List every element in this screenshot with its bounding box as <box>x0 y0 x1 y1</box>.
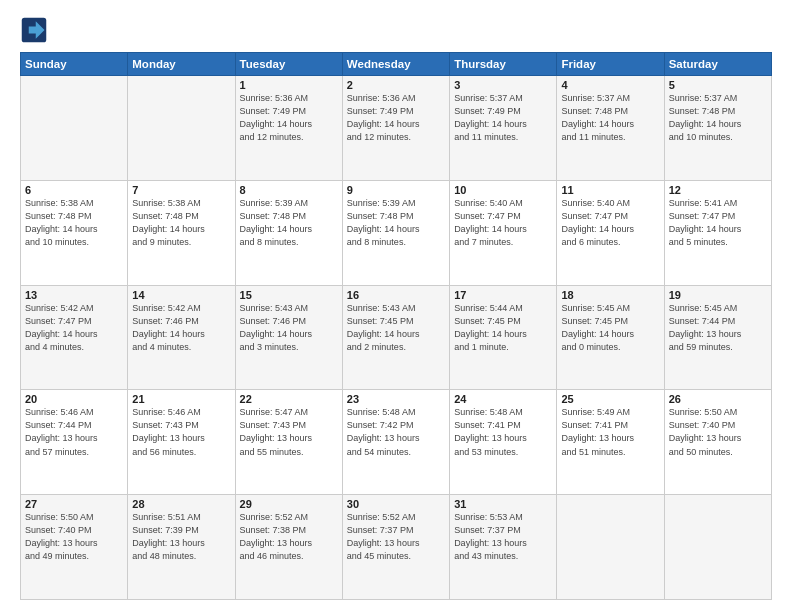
calendar-day-cell: 31Sunrise: 5:53 AM Sunset: 7:37 PM Dayli… <box>450 495 557 600</box>
day-number: 9 <box>347 184 445 196</box>
weekday-header-monday: Monday <box>128 53 235 76</box>
day-number: 27 <box>25 498 123 510</box>
day-detail: Sunrise: 5:46 AM Sunset: 7:44 PM Dayligh… <box>25 406 123 458</box>
day-number: 8 <box>240 184 338 196</box>
day-number: 20 <box>25 393 123 405</box>
day-detail: Sunrise: 5:40 AM Sunset: 7:47 PM Dayligh… <box>561 197 659 249</box>
day-detail: Sunrise: 5:46 AM Sunset: 7:43 PM Dayligh… <box>132 406 230 458</box>
logo <box>20 16 52 44</box>
day-number: 23 <box>347 393 445 405</box>
calendar-day-cell <box>664 495 771 600</box>
day-detail: Sunrise: 5:52 AM Sunset: 7:38 PM Dayligh… <box>240 511 338 563</box>
day-detail: Sunrise: 5:38 AM Sunset: 7:48 PM Dayligh… <box>25 197 123 249</box>
calendar-day-cell: 11Sunrise: 5:40 AM Sunset: 7:47 PM Dayli… <box>557 180 664 285</box>
day-number: 14 <box>132 289 230 301</box>
calendar-day-cell: 22Sunrise: 5:47 AM Sunset: 7:43 PM Dayli… <box>235 390 342 495</box>
calendar-day-cell: 30Sunrise: 5:52 AM Sunset: 7:37 PM Dayli… <box>342 495 449 600</box>
day-number: 29 <box>240 498 338 510</box>
day-number: 2 <box>347 79 445 91</box>
weekday-header-sunday: Sunday <box>21 53 128 76</box>
day-number: 1 <box>240 79 338 91</box>
calendar-day-cell <box>21 76 128 181</box>
calendar-day-cell: 26Sunrise: 5:50 AM Sunset: 7:40 PM Dayli… <box>664 390 771 495</box>
calendar-week-row: 6Sunrise: 5:38 AM Sunset: 7:48 PM Daylig… <box>21 180 772 285</box>
calendar-day-cell: 10Sunrise: 5:40 AM Sunset: 7:47 PM Dayli… <box>450 180 557 285</box>
weekday-header-friday: Friday <box>557 53 664 76</box>
calendar-week-row: 27Sunrise: 5:50 AM Sunset: 7:40 PM Dayli… <box>21 495 772 600</box>
day-detail: Sunrise: 5:42 AM Sunset: 7:46 PM Dayligh… <box>132 302 230 354</box>
calendar-day-cell: 5Sunrise: 5:37 AM Sunset: 7:48 PM Daylig… <box>664 76 771 181</box>
weekday-header-wednesday: Wednesday <box>342 53 449 76</box>
day-number: 16 <box>347 289 445 301</box>
header <box>20 16 772 44</box>
calendar-day-cell: 2Sunrise: 5:36 AM Sunset: 7:49 PM Daylig… <box>342 76 449 181</box>
day-detail: Sunrise: 5:43 AM Sunset: 7:45 PM Dayligh… <box>347 302 445 354</box>
weekday-header-thursday: Thursday <box>450 53 557 76</box>
day-detail: Sunrise: 5:45 AM Sunset: 7:45 PM Dayligh… <box>561 302 659 354</box>
calendar-day-cell: 28Sunrise: 5:51 AM Sunset: 7:39 PM Dayli… <box>128 495 235 600</box>
calendar-day-cell: 17Sunrise: 5:44 AM Sunset: 7:45 PM Dayli… <box>450 285 557 390</box>
day-detail: Sunrise: 5:53 AM Sunset: 7:37 PM Dayligh… <box>454 511 552 563</box>
day-detail: Sunrise: 5:44 AM Sunset: 7:45 PM Dayligh… <box>454 302 552 354</box>
day-number: 4 <box>561 79 659 91</box>
calendar-day-cell: 1Sunrise: 5:36 AM Sunset: 7:49 PM Daylig… <box>235 76 342 181</box>
day-number: 13 <box>25 289 123 301</box>
logo-icon <box>20 16 48 44</box>
calendar-table: SundayMondayTuesdayWednesdayThursdayFrid… <box>20 52 772 600</box>
day-detail: Sunrise: 5:39 AM Sunset: 7:48 PM Dayligh… <box>240 197 338 249</box>
weekday-header-saturday: Saturday <box>664 53 771 76</box>
day-number: 26 <box>669 393 767 405</box>
day-detail: Sunrise: 5:37 AM Sunset: 7:48 PM Dayligh… <box>669 92 767 144</box>
weekday-header-row: SundayMondayTuesdayWednesdayThursdayFrid… <box>21 53 772 76</box>
page: SundayMondayTuesdayWednesdayThursdayFrid… <box>0 0 792 612</box>
calendar-day-cell: 12Sunrise: 5:41 AM Sunset: 7:47 PM Dayli… <box>664 180 771 285</box>
day-number: 25 <box>561 393 659 405</box>
day-detail: Sunrise: 5:37 AM Sunset: 7:49 PM Dayligh… <box>454 92 552 144</box>
day-detail: Sunrise: 5:50 AM Sunset: 7:40 PM Dayligh… <box>25 511 123 563</box>
day-number: 18 <box>561 289 659 301</box>
calendar-day-cell <box>557 495 664 600</box>
day-detail: Sunrise: 5:48 AM Sunset: 7:42 PM Dayligh… <box>347 406 445 458</box>
day-number: 30 <box>347 498 445 510</box>
day-number: 21 <box>132 393 230 405</box>
day-number: 12 <box>669 184 767 196</box>
day-number: 17 <box>454 289 552 301</box>
calendar-week-row: 13Sunrise: 5:42 AM Sunset: 7:47 PM Dayli… <box>21 285 772 390</box>
calendar-day-cell: 25Sunrise: 5:49 AM Sunset: 7:41 PM Dayli… <box>557 390 664 495</box>
day-detail: Sunrise: 5:47 AM Sunset: 7:43 PM Dayligh… <box>240 406 338 458</box>
calendar-day-cell: 29Sunrise: 5:52 AM Sunset: 7:38 PM Dayli… <box>235 495 342 600</box>
day-number: 6 <box>25 184 123 196</box>
day-number: 7 <box>132 184 230 196</box>
calendar-day-cell: 9Sunrise: 5:39 AM Sunset: 7:48 PM Daylig… <box>342 180 449 285</box>
day-detail: Sunrise: 5:40 AM Sunset: 7:47 PM Dayligh… <box>454 197 552 249</box>
calendar-day-cell: 4Sunrise: 5:37 AM Sunset: 7:48 PM Daylig… <box>557 76 664 181</box>
calendar-day-cell: 3Sunrise: 5:37 AM Sunset: 7:49 PM Daylig… <box>450 76 557 181</box>
day-detail: Sunrise: 5:43 AM Sunset: 7:46 PM Dayligh… <box>240 302 338 354</box>
calendar-day-cell: 14Sunrise: 5:42 AM Sunset: 7:46 PM Dayli… <box>128 285 235 390</box>
day-number: 11 <box>561 184 659 196</box>
calendar-day-cell: 8Sunrise: 5:39 AM Sunset: 7:48 PM Daylig… <box>235 180 342 285</box>
day-number: 15 <box>240 289 338 301</box>
calendar-day-cell: 20Sunrise: 5:46 AM Sunset: 7:44 PM Dayli… <box>21 390 128 495</box>
calendar-day-cell: 21Sunrise: 5:46 AM Sunset: 7:43 PM Dayli… <box>128 390 235 495</box>
day-number: 28 <box>132 498 230 510</box>
day-number: 5 <box>669 79 767 91</box>
day-detail: Sunrise: 5:49 AM Sunset: 7:41 PM Dayligh… <box>561 406 659 458</box>
weekday-header-tuesday: Tuesday <box>235 53 342 76</box>
day-detail: Sunrise: 5:42 AM Sunset: 7:47 PM Dayligh… <box>25 302 123 354</box>
day-number: 31 <box>454 498 552 510</box>
day-detail: Sunrise: 5:38 AM Sunset: 7:48 PM Dayligh… <box>132 197 230 249</box>
calendar-day-cell: 23Sunrise: 5:48 AM Sunset: 7:42 PM Dayli… <box>342 390 449 495</box>
calendar-day-cell: 16Sunrise: 5:43 AM Sunset: 7:45 PM Dayli… <box>342 285 449 390</box>
calendar-day-cell: 19Sunrise: 5:45 AM Sunset: 7:44 PM Dayli… <box>664 285 771 390</box>
day-detail: Sunrise: 5:51 AM Sunset: 7:39 PM Dayligh… <box>132 511 230 563</box>
calendar-day-cell: 24Sunrise: 5:48 AM Sunset: 7:41 PM Dayli… <box>450 390 557 495</box>
day-detail: Sunrise: 5:39 AM Sunset: 7:48 PM Dayligh… <box>347 197 445 249</box>
day-detail: Sunrise: 5:48 AM Sunset: 7:41 PM Dayligh… <box>454 406 552 458</box>
day-detail: Sunrise: 5:50 AM Sunset: 7:40 PM Dayligh… <box>669 406 767 458</box>
day-detail: Sunrise: 5:45 AM Sunset: 7:44 PM Dayligh… <box>669 302 767 354</box>
day-detail: Sunrise: 5:52 AM Sunset: 7:37 PM Dayligh… <box>347 511 445 563</box>
calendar-day-cell <box>128 76 235 181</box>
calendar-week-row: 20Sunrise: 5:46 AM Sunset: 7:44 PM Dayli… <box>21 390 772 495</box>
calendar-day-cell: 15Sunrise: 5:43 AM Sunset: 7:46 PM Dayli… <box>235 285 342 390</box>
